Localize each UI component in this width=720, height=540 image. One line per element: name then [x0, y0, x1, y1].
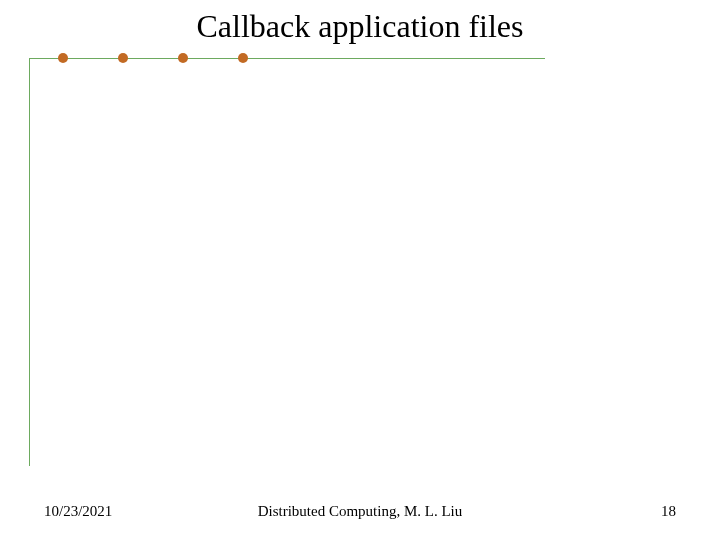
bullet-dot-icon	[238, 53, 248, 63]
vertical-rule	[29, 58, 30, 466]
bullet-dot-icon	[118, 53, 128, 63]
horizontal-rule	[29, 58, 545, 59]
slide-title: Callback application files	[0, 8, 720, 45]
bullet-dot-icon	[58, 53, 68, 63]
footer-center: Distributed Computing, M. L. Liu	[0, 503, 720, 520]
footer-page-number: 18	[661, 503, 676, 520]
bullet-dot-icon	[178, 53, 188, 63]
slide: Callback application files 10/23/2021 Di…	[0, 0, 720, 540]
